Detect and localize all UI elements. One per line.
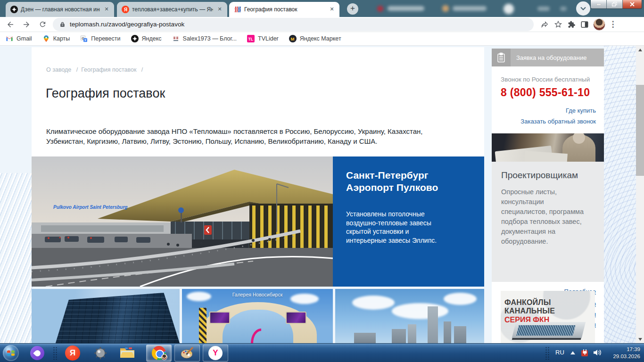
tab-close-icon[interactable]: ✕ — [103, 6, 110, 13]
tab-dzen[interactable]: Дзен — главная новостная инф ✕ — [6, 2, 114, 17]
tab-close-icon[interactable]: ✕ — [328, 6, 336, 13]
page-scrollbar[interactable] — [636, 46, 644, 343]
volume-tray-icon[interactable] — [593, 349, 602, 356]
language-indicator[interactable]: RU — [555, 349, 564, 356]
teplomash-favicon-icon — [234, 6, 241, 13]
hidden-icons-arrow[interactable] — [570, 351, 575, 354]
bookmark-maps[interactable]: Карты — [42, 35, 70, 42]
feature-title: Санкт-ПетербургАэропорт Пулково — [346, 169, 471, 194]
call-note: Звонок по России бесплатный — [501, 76, 590, 83]
paint-taskbar-button[interactable] — [174, 345, 200, 362]
gallery-photo-krasnodar[interactable] — [32, 289, 180, 343]
bookmark-label: Яндекс — [142, 35, 162, 42]
tower-art — [444, 321, 451, 343]
pulkovo-sign-text: Pulkovo Airport Saint Petersburg — [53, 205, 127, 210]
menu-kebab-icon[interactable]: ⋮ — [607, 19, 619, 30]
yandex-app-icon[interactable]: Я — [65, 346, 80, 361]
toolbar-actions: ⋮ — [537, 18, 619, 31]
bookmark-yandex-dzen[interactable]: Яндекс — [131, 35, 162, 42]
designers-block: Проектировщикам Опросные листы, консульт… — [492, 162, 604, 282]
extensions-icon[interactable] — [566, 19, 577, 30]
bookmark-tvlider[interactable]: TL TVLider — [247, 35, 279, 42]
feature-description: Установлены потолочные воздушно-тепловые… — [346, 210, 450, 245]
clock-time: 17:39 — [613, 346, 640, 353]
desktop-screen: Дзен — главная новостная инф ✕ Я теплова… — [0, 0, 644, 362]
phone-number: 8 (800) 555-61-10 — [501, 86, 590, 99]
bookmark-gmail[interactable]: Gmail — [6, 35, 32, 42]
minesweeper-icon[interactable] — [92, 346, 108, 361]
alice-assistant-icon[interactable] — [30, 346, 44, 360]
feature-photo-pulkovo[interactable]: Pulkovo Airport Saint Petersburg — [32, 156, 333, 287]
refresh-icon[interactable] — [37, 19, 48, 30]
maps-pin-icon — [42, 35, 50, 42]
yandex-browser-taskbar-button[interactable]: Y — [203, 345, 228, 362]
scroll-down-arrow[interactable] — [636, 335, 644, 343]
tab-title: тепловая+завеса+купить — Янд — [132, 6, 213, 13]
close-button[interactable] — [623, 0, 642, 8]
address-bar[interactable]: teplomash.ru/zavod/geografiya-postavok — [53, 18, 534, 31]
banner-line1: ФАНКОЙЛЫ КАНАЛЬНЫЕ — [504, 298, 595, 315]
taskbar: Я Y RU 17:39 2 — [0, 343, 644, 362]
browser-tab-strip: Дзен — главная новостная инф ✕ Я теплова… — [0, 0, 644, 17]
taskbar-clock[interactable]: 17:39 29.03.2026 — [613, 346, 640, 360]
taskbar-grip — [53, 346, 58, 360]
designers-title: Проектировщикам — [501, 170, 594, 181]
scrollbar-thumb[interactable] — [636, 85, 644, 176]
bookmark-label: Карты — [53, 35, 70, 42]
share-icon[interactable] — [539, 19, 551, 30]
chrome-taskbar-button[interactable] — [146, 345, 172, 362]
tab-search-button[interactable] — [576, 1, 590, 16]
lock-icon — [59, 21, 66, 27]
feature-panel[interactable]: Санкт-ПетербургАэропорт Пулково Установл… — [333, 156, 484, 287]
bookmarks-bar: Gmail Карты G Перевести Яндекс Salex1973… — [0, 32, 644, 46]
forward-icon[interactable] — [21, 19, 32, 30]
bookmark-translate[interactable]: G Перевести — [80, 35, 120, 42]
where-to-buy-link[interactable]: Где купить — [566, 107, 596, 114]
restore-button[interactable] — [607, 0, 623, 8]
pulkovo-photo-art — [32, 156, 333, 287]
file-explorer-icon[interactable] — [119, 346, 135, 361]
yandex-favicon-icon: Я — [122, 6, 129, 13]
new-tab-button[interactable]: + — [347, 3, 358, 15]
start-button[interactable] — [3, 345, 19, 361]
bookmark-yandex-market[interactable]: M Яндекс Маркет — [289, 35, 341, 42]
tab-geography[interactable]: География поставок ✕ — [229, 2, 339, 17]
tvlider-icon: TL — [247, 35, 255, 42]
tab-title: География поставок — [244, 6, 325, 13]
side-panel-icon[interactable] — [579, 19, 590, 30]
led-screen-art — [286, 312, 306, 324]
back-icon[interactable] — [5, 19, 16, 30]
bookmark-label: Salex1973 — Блог... — [183, 35, 237, 42]
breadcrumb-current: География поставок — [81, 66, 136, 73]
bookmark-star-icon[interactable] — [553, 19, 564, 30]
fancoil-banner[interactable]: ФАНКОЙЛЫ КАНАЛЬНЫЕ СЕРИЯ ФКН — [501, 291, 595, 343]
dzen-icon — [131, 35, 139, 42]
led-screen-art — [209, 312, 230, 324]
bookmark-label: TVLider — [258, 35, 279, 42]
svg-text:M: M — [290, 36, 294, 41]
url-text: teplomash.ru/zavod/geografiya-postavok — [70, 21, 184, 28]
translate-icon: G — [80, 35, 88, 42]
svg-text:Я: Я — [124, 7, 127, 12]
clipboard-icon — [492, 49, 511, 66]
window-controls — [590, 0, 642, 9]
tower-art — [428, 306, 438, 343]
salex-favicon-icon — [172, 35, 180, 42]
scroll-up-arrow[interactable] — [636, 46, 644, 54]
breadcrumb-home-link[interactable]: О заводе — [46, 66, 71, 73]
breadcrumb-separator: / — [76, 66, 78, 73]
designers-text: Опросные листы, консультации специалисто… — [501, 187, 591, 247]
bookmark-label: Перевести — [91, 35, 120, 42]
minimize-button[interactable] — [591, 0, 607, 8]
tab-close-icon[interactable]: ✕ — [216, 6, 223, 13]
bookmark-label: Gmail — [17, 35, 32, 42]
gallery-photo-skyline[interactable] — [335, 289, 484, 343]
mall-sign-text: Галерея Новосибирск — [182, 292, 333, 297]
tab-yandex-search[interactable]: Я тепловая+завеса+купить — Янд ✕ — [117, 2, 227, 17]
callback-link[interactable]: Заказать обратный звонок — [520, 118, 596, 125]
connection-tray-icon[interactable] — [581, 349, 589, 357]
profile-avatar[interactable] — [593, 18, 605, 31]
bookmark-salex[interactable]: Salex1973 — Блог... — [172, 35, 237, 42]
equipment-request-header[interactable]: Заявка на оборудование — [492, 49, 604, 66]
gallery-photo-novosibirsk[interactable]: Галерея Новосибирск — [182, 289, 333, 343]
